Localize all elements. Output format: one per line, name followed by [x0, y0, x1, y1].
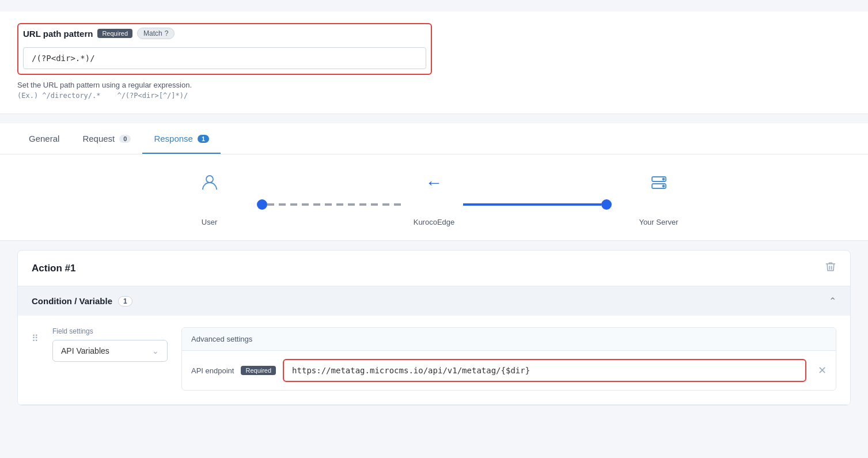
- help-icon: ?: [165, 29, 169, 37]
- tab-response-badge: 1: [198, 135, 209, 143]
- solid-line: [463, 203, 601, 206]
- url-pattern-label: URL path pattern: [23, 29, 93, 39]
- required-badge: Required: [97, 29, 132, 38]
- field-settings-box: Field settings API Variables ⌄: [52, 327, 168, 362]
- diagram-section: ←: [0, 154, 868, 241]
- chevron-down-icon: ⌄: [152, 346, 159, 355]
- server-icon: [650, 172, 668, 194]
- close-button[interactable]: ✕: [813, 364, 827, 377]
- delete-icon[interactable]: [825, 261, 836, 275]
- url-section: URL path pattern Required Match ? Set th…: [0, 12, 868, 114]
- user-label: User: [202, 218, 217, 226]
- field-row: ⠿ Field settings API Variables ⌄ Advance…: [32, 327, 836, 391]
- api-endpoint-label: API endpoint: [191, 366, 234, 375]
- condition-title: Condition / Variable: [32, 296, 112, 306]
- tab-request[interactable]: Request 0: [71, 123, 142, 154]
- tab-general[interactable]: General: [17, 123, 71, 154]
- svg-point-4: [662, 186, 664, 187]
- action-title: Action #1: [32, 263, 76, 274]
- url-hint: Set the URL path pattern using a regular…: [17, 81, 851, 89]
- user-dot: [257, 199, 267, 210]
- svg-point-0: [206, 176, 213, 183]
- edge-label: KurocoEdge: [414, 218, 455, 226]
- condition-body: ⠿ Field settings API Variables ⌄ Advance…: [18, 316, 850, 404]
- tab-response[interactable]: Response 1: [142, 123, 221, 154]
- svg-point-3: [662, 179, 664, 180]
- tab-request-badge: 0: [119, 135, 131, 143]
- arrow-left-icon: ←: [426, 172, 443, 194]
- example1: ^/directory/.*: [42, 92, 100, 100]
- chevron-up-icon: ⌃: [829, 296, 836, 306]
- server-label: Your Server: [639, 218, 678, 226]
- tab-general-label: General: [29, 134, 59, 143]
- diagram-flow-row: [0, 199, 868, 210]
- url-field-wrapper: URL path pattern Required Match ?: [17, 23, 432, 75]
- tab-response-label: Response: [154, 134, 193, 143]
- condition-badge: 1: [118, 296, 132, 306]
- url-label-row: URL path pattern Required Match ?: [21, 27, 429, 40]
- page-container: URL path pattern Required Match ? Set th…: [0, 0, 868, 458]
- action-header: Action #1: [18, 251, 850, 286]
- api-endpoint-input-wrapper: [283, 359, 806, 382]
- tabs-row: General Request 0 Response 1: [17, 123, 851, 154]
- match-label: Match: [143, 29, 162, 37]
- action-section: Action #1 Condition / Variable 1 ⌃: [17, 250, 851, 406]
- condition-section: Condition / Variable 1 ⌃ ⠿ Field setting…: [18, 286, 850, 405]
- advanced-settings-header: Advanced settings: [182, 328, 836, 351]
- api-endpoint-input[interactable]: [285, 361, 804, 380]
- url-examples: (Ex.) ^/directory/.* ^/(?P<dir>[^/]*)/: [17, 92, 851, 100]
- field-select-value: API Variables: [61, 346, 109, 355]
- field-settings-label: Field settings: [52, 327, 168, 335]
- condition-header[interactable]: Condition / Variable 1 ⌃: [18, 286, 850, 316]
- examples-prefix: (Ex.): [17, 92, 38, 100]
- field-select[interactable]: API Variables ⌄: [52, 340, 168, 362]
- api-required-badge: Required: [241, 366, 276, 375]
- match-badge[interactable]: Match ?: [137, 28, 175, 39]
- dashed-line: [267, 203, 405, 206]
- server-dot: [601, 199, 612, 210]
- user-icon: [200, 172, 219, 194]
- url-pattern-input[interactable]: [23, 47, 426, 69]
- condition-title-row: Condition / Variable 1: [32, 296, 132, 306]
- api-endpoint-row: API endpoint Required ✕: [182, 351, 836, 390]
- advanced-settings-box: Advanced settings API endpoint Required …: [181, 327, 836, 391]
- tabs-section: General Request 0 Response 1: [0, 123, 868, 154]
- tab-request-label: Request: [82, 134, 115, 143]
- example2: ^/(?P<dir>[^/]*)/: [117, 92, 188, 100]
- drag-handle[interactable]: ⠿: [32, 327, 39, 344]
